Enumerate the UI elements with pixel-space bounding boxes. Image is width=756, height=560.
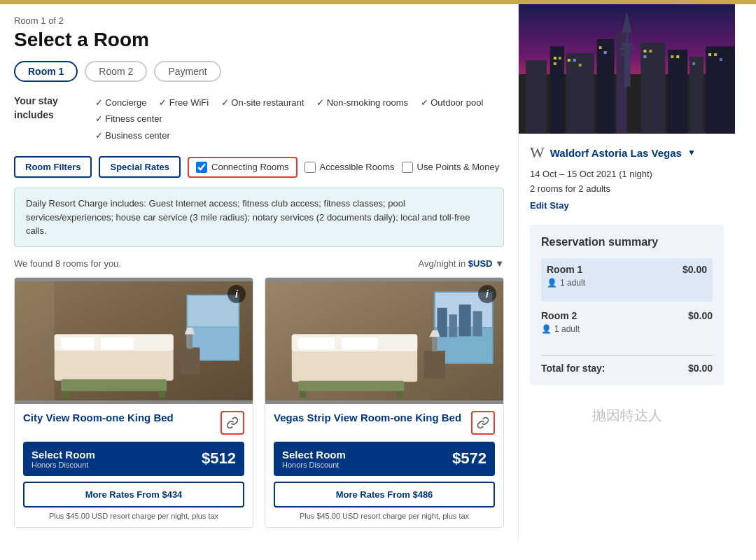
room2-info-button[interactable]: i (478, 285, 496, 303)
room1-person-icon: 👤 (547, 278, 557, 288)
accessible-rooms-filter[interactable]: Accessible Rooms (304, 162, 395, 173)
stay-includes-label: Your stay includes (14, 94, 88, 122)
hotel-dropdown-icon[interactable]: ▼ (687, 148, 696, 158)
svg-rect-52 (554, 62, 556, 65)
room1-adult-row: 👤 1 adult (547, 278, 707, 288)
connecting-rooms-label: Connecting Rooms (211, 162, 289, 172)
room2-summary-price: $0.00 (688, 310, 713, 321)
reservation-title: Reservation summary (541, 236, 713, 248)
room2-body: Vegas Strip View Room-one King Bed Selec… (265, 404, 503, 527)
room1-summary-label: Room 1 (547, 264, 582, 275)
svg-rect-13 (159, 391, 165, 397)
room2-price-row: Room 2 $0.00 (541, 310, 713, 321)
room2-adult-text: 1 adult (554, 324, 580, 334)
room1-summary-price: $0.00 (682, 264, 707, 275)
currency-value[interactable]: $USD (468, 258, 493, 269)
svg-rect-43 (624, 45, 631, 87)
svg-rect-9 (188, 334, 193, 349)
room-filters-button[interactable]: Room Filters (14, 156, 92, 178)
svg-rect-50 (554, 57, 556, 59)
tab-payment[interactable]: Payment (154, 61, 220, 82)
svg-rect-26 (473, 311, 482, 336)
watermark: 抛因特达人 (519, 392, 735, 439)
room2-adult-row: 👤 1 adult (541, 324, 713, 334)
room1-resort-note: Plus $45.00 USD resort charge per night,… (23, 512, 244, 520)
svg-rect-66 (720, 58, 722, 61)
svg-rect-44 (620, 48, 635, 50)
stay-dates: 14 Oct – 15 Oct 2021 (1 night) 2 rooms f… (530, 167, 724, 197)
svg-rect-35 (526, 60, 547, 134)
room1-summary: Room 1 $0.00 👤 1 adult (541, 258, 713, 302)
room1-body: City View Room-one King Bed Select Room … (15, 404, 253, 527)
svg-rect-24 (449, 314, 457, 337)
hotel-name[interactable]: Waldorf Astoria Las Vegas (550, 147, 682, 159)
currency-selector[interactable]: Avg/night in $USD ▼ (418, 258, 504, 269)
svg-rect-54 (573, 59, 576, 62)
svg-rect-51 (559, 57, 561, 59)
svg-rect-60 (643, 55, 646, 58)
room2-person-icon: 👤 (541, 324, 552, 334)
accessible-rooms-checkbox[interactable] (304, 162, 316, 173)
svg-rect-32 (396, 391, 402, 397)
svg-rect-30 (298, 380, 404, 391)
guest-count: 2 rooms for 2 adults (530, 182, 724, 197)
left-panel: Room 1 of 2 Select a Room Room 1 Room 2 … (0, 4, 518, 539)
room1-title[interactable]: City View Room-one King Bed (23, 411, 174, 425)
svg-rect-14 (15, 281, 55, 400)
room1-title-row: City View Room-one King Bed (23, 411, 244, 435)
filters-row: Room Filters Special Rates Connecting Ro… (14, 156, 504, 178)
room2-select-label: Select Room (282, 449, 346, 461)
use-points-checkbox[interactable] (402, 162, 413, 173)
room2-summary-label: Room 2 (541, 310, 577, 321)
edit-stay-link[interactable]: Edit Stay (530, 200, 569, 211)
stay-item-concierge: ✓ Concierge (95, 97, 147, 108)
room-image-1: i (15, 278, 253, 404)
stay-item-restaurant: ✓ On-site restaurant (221, 97, 304, 108)
rooms-grid: i City View Room-one King Bed (14, 277, 504, 528)
svg-rect-18 (298, 337, 335, 349)
use-points-filter[interactable]: Use Points & Money (402, 162, 500, 173)
svg-rect-8 (180, 347, 200, 374)
room1-price: $512 (202, 449, 236, 468)
reservation-summary: Reservation summary Room 1 $0.00 👤 1 adu… (530, 225, 724, 385)
room1-info-button[interactable]: i (227, 285, 246, 303)
svg-rect-53 (568, 59, 570, 62)
svg-rect-48 (690, 57, 704, 134)
svg-rect-25 (459, 304, 471, 336)
room-card-1: i City View Room-one King Bed (14, 277, 253, 528)
currency-dropdown-icon: ▼ (495, 258, 504, 269)
svg-rect-65 (714, 53, 717, 56)
special-rates-button[interactable]: Special Rates (99, 156, 181, 178)
connecting-rooms-filter[interactable]: Connecting Rooms (188, 157, 298, 178)
date-range: 14 Oct – 15 Oct 2021 (1 night) (530, 167, 724, 182)
room1-select-button[interactable]: Select Room Honors Discount $512 (23, 442, 244, 476)
page-title: Select a Room (14, 29, 504, 51)
room2-more-rates-button[interactable]: More Rates From $486 (274, 482, 495, 507)
total-row: Total for stay: $0.00 (541, 363, 713, 374)
room1-link-icon[interactable] (220, 411, 244, 435)
right-panel: W Waldorf Astoria Las Vegas ▼ 14 Oct – 1… (518, 4, 735, 539)
results-bar: We found 8 rooms for you. Avg/night in $… (14, 258, 504, 269)
total-label: Total for stay: (541, 363, 606, 374)
svg-rect-56 (599, 46, 602, 49)
svg-rect-62 (676, 55, 679, 58)
results-found-text: We found 8 rooms for you. (14, 258, 121, 269)
tab-room1[interactable]: Room 1 (14, 61, 78, 82)
tab-room2[interactable]: Room 2 (85, 61, 147, 82)
room1-more-rates-button[interactable]: More Rates From $434 (23, 482, 244, 507)
use-points-label: Use Points & Money (417, 162, 500, 172)
svg-rect-64 (708, 53, 711, 56)
room1-discount-label: Honors Discount (31, 461, 95, 469)
svg-rect-57 (604, 51, 607, 54)
room2-title[interactable]: Vegas Strip View Room-one King Bed (274, 411, 461, 425)
room2-select-button[interactable]: Select Room Honors Discount $572 (274, 442, 495, 476)
room1-price-row: Room 1 $0.00 (547, 264, 707, 275)
room2-discount-label: Honors Discount (282, 461, 346, 469)
room-image-2: i (265, 278, 503, 404)
room2-link-icon[interactable] (471, 411, 495, 435)
connecting-rooms-checkbox[interactable] (196, 162, 207, 173)
svg-rect-63 (692, 62, 695, 65)
svg-rect-61 (671, 55, 673, 58)
stay-item-fitness: ✓ Fitness center (95, 113, 162, 124)
room2-title-row: Vegas Strip View Room-one King Bed (274, 411, 495, 435)
